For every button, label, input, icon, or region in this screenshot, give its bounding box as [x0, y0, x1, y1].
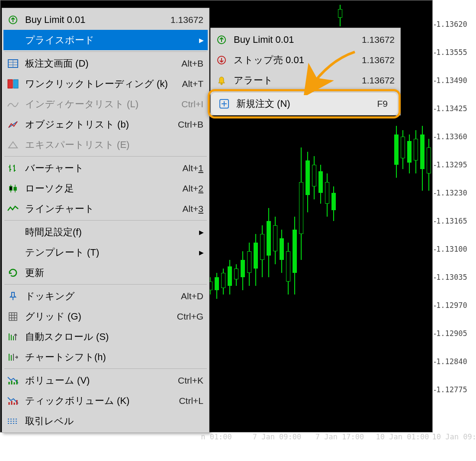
object-icon — [6, 118, 20, 131]
menu-item: インディケータリスト (L)Ctrl+I — [3, 94, 208, 114]
menu-item[interactable]: チャートシフト(h) — [3, 347, 208, 367]
levels-icon — [6, 414, 20, 428]
menu-item[interactable]: ティックボリューム (K)Ctrl+L — [3, 391, 208, 411]
blank-icon — [6, 225, 20, 239]
menu-item-label: エキスパートリスト (E) — [25, 138, 203, 151]
expert-icon — [6, 138, 20, 152]
menu-item[interactable]: バーチャートAlt+1 — [3, 158, 208, 178]
menu-item-shortcut: 1.13672 — [362, 35, 395, 45]
price-tick: 1.12775 — [436, 385, 467, 394]
price-tick: 1.13555 — [436, 48, 467, 57]
tickvol-icon — [6, 394, 20, 408]
indicator-icon — [6, 97, 20, 111]
menu-item[interactable]: 自動スクロール (S) — [3, 327, 208, 347]
menu-item: エキスパートリスト (E) — [3, 134, 208, 155]
depth-icon — [6, 57, 20, 70]
menu-item-shortcut: Alt+3 — [183, 204, 203, 214]
up-arrow-icon — [215, 33, 228, 47]
menu-item-shortcut: Alt+2 — [183, 183, 203, 194]
svg-rect-16 — [10, 186, 12, 190]
menu-item-label: Buy Limit 0.01 — [25, 14, 170, 26]
menu-separator — [213, 92, 398, 92]
menu-item-label: 取引レベル — [25, 415, 203, 428]
menu-item-shortcut: Ctrl+L — [179, 396, 203, 406]
bell-icon — [215, 74, 228, 87]
grid-icon — [6, 310, 20, 323]
menu-separator — [4, 284, 207, 285]
svg-point-45 — [221, 83, 222, 85]
time-tick: n 01:00 — [201, 432, 232, 441]
menu-separator — [4, 51, 207, 52]
menu-item-label: 時間足設定(f) — [25, 226, 199, 239]
menu-separator — [4, 220, 207, 221]
menu-item-label: ティックボリューム (K) — [25, 394, 179, 407]
menu-item-label: ローソク足 — [25, 182, 183, 195]
up-arrow-icon — [6, 13, 20, 27]
menu-item-shortcut: Alt+T — [182, 79, 203, 89]
svg-rect-5 — [8, 80, 13, 88]
menu-item[interactable]: Buy Limit 0.011.13672 — [3, 10, 208, 30]
price-tick: 1.13620 — [436, 20, 467, 29]
time-axis: n 01:00 7 Jan 09:00 7 Jan 17:00 10 Jan 0… — [203, 432, 476, 445]
menu-item[interactable]: プライスボード▶ — [3, 30, 208, 50]
menu-item[interactable]: テンプレート (T)▶ — [3, 242, 208, 263]
menu-item-label: アラート — [234, 74, 362, 87]
menu-item-label: 自動スクロール (S) — [25, 330, 203, 343]
time-tick: 10 Jan 01:00 — [376, 432, 429, 441]
menu-item[interactable]: 新規注文 (N)F9 — [212, 93, 399, 114]
menu-item[interactable]: Buy Limit 0.011.13672 — [212, 29, 399, 50]
svg-line-7 — [9, 122, 17, 128]
plus-icon — [215, 97, 228, 111]
autoscroll-icon — [6, 330, 20, 344]
refresh-icon — [6, 266, 20, 280]
menu-item[interactable]: 時間足設定(f)▶ — [3, 222, 208, 242]
line-icon — [6, 202, 20, 216]
down-arrow-icon — [215, 53, 228, 67]
menu-item[interactable]: ストップ売 0.011.13672 — [212, 50, 399, 70]
menu-item[interactable]: アラート1.13672 — [212, 70, 399, 90]
menu-item-label: オブジェクトリスト (b) — [25, 118, 178, 131]
menu-item-shortcut: 1.13672 — [362, 75, 395, 86]
price-tick: 1.13490 — [436, 76, 467, 85]
pin-icon — [6, 289, 20, 303]
menu-item-label: 新規注文 (N) — [234, 97, 384, 110]
shift-icon — [6, 350, 20, 364]
price-tick: 1.12905 — [436, 329, 467, 338]
menu-item-label: ラインチャート — [25, 202, 183, 215]
price-tick: 1.13425 — [436, 104, 467, 113]
menu-item-label: チャートシフト(h) — [25, 351, 203, 364]
volume-icon — [6, 374, 20, 387]
oneclick-icon — [6, 77, 20, 91]
menu-item[interactable]: ワンクリックトレーディング (k)Alt+T — [3, 74, 208, 94]
time-tick: 7 Jan 17:00 — [315, 432, 364, 441]
menu-item-label: インディケータリスト (L) — [25, 98, 181, 111]
menu-item-shortcut: F9 — [384, 99, 395, 109]
menu-item[interactable]: オブジェクトリスト (b)Ctrl+B — [3, 114, 208, 134]
menu-item[interactable]: グリッド (G)Ctrl+G — [3, 306, 208, 327]
menu-item-label: グリッド (G) — [25, 310, 177, 323]
priceboard-submenu: Buy Limit 0.011.13672ストップ売 0.011.13672アラ… — [210, 28, 401, 115]
menu-item-shortcut: Alt+B — [181, 58, 203, 69]
price-tick: 1.13295 — [436, 160, 467, 169]
submenu-arrow-icon: ▶ — [199, 249, 203, 256]
menu-separator — [4, 156, 207, 157]
menu-item[interactable]: 板注文画面 (D)Alt+B — [3, 53, 208, 74]
svg-rect-6 — [13, 80, 18, 88]
menu-item-shortcut: Ctrl+B — [178, 119, 203, 130]
svg-rect-20 — [9, 313, 17, 320]
blank-icon — [6, 246, 20, 259]
menu-item[interactable]: ラインチャートAlt+3 — [3, 198, 208, 219]
menu-item-label: ボリューム (V) — [25, 374, 178, 387]
price-axis: 1.13620 1.13555 1.13490 1.13425 1.13360 … — [434, 0, 476, 432]
menu-item[interactable]: 更新 — [3, 263, 208, 283]
menu-item[interactable]: 取引レベル — [3, 411, 208, 431]
menu-item[interactable]: ドッキングAlt+D — [3, 286, 208, 306]
price-tick: 1.13100 — [436, 245, 467, 253]
menu-item-label: 更新 — [25, 266, 203, 279]
menu-item[interactable]: ローソク足Alt+2 — [3, 178, 208, 198]
menu-item-label: ワンクリックトレーディング (k) — [25, 77, 182, 90]
menu-item[interactable]: ボリューム (V)Ctrl+K — [3, 370, 208, 391]
menu-item-label: ドッキング — [25, 290, 181, 303]
price-tick: 1.12840 — [436, 357, 467, 366]
price-tick: 1.12970 — [436, 301, 467, 310]
